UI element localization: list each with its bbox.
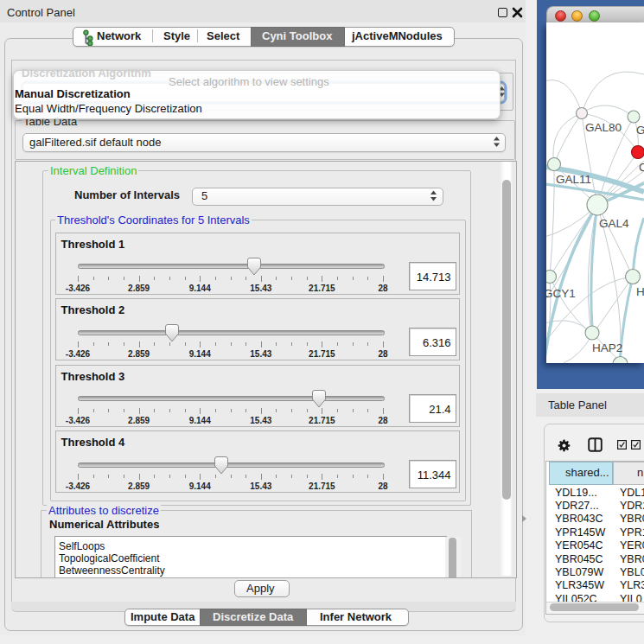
svg-text:GAL80: GAL80 [585,121,622,134]
svg-text:C: C [639,161,644,174]
svg-text:HAP2: HAP2 [592,341,622,354]
svg-text:GAL11: GAL11 [556,173,591,186]
svg-text:G...: G... [636,124,644,137]
svg-text:H: H [636,285,644,298]
svg-text:GAL4: GAL4 [599,217,629,230]
svg-text:GCY1: GCY1 [546,287,576,300]
